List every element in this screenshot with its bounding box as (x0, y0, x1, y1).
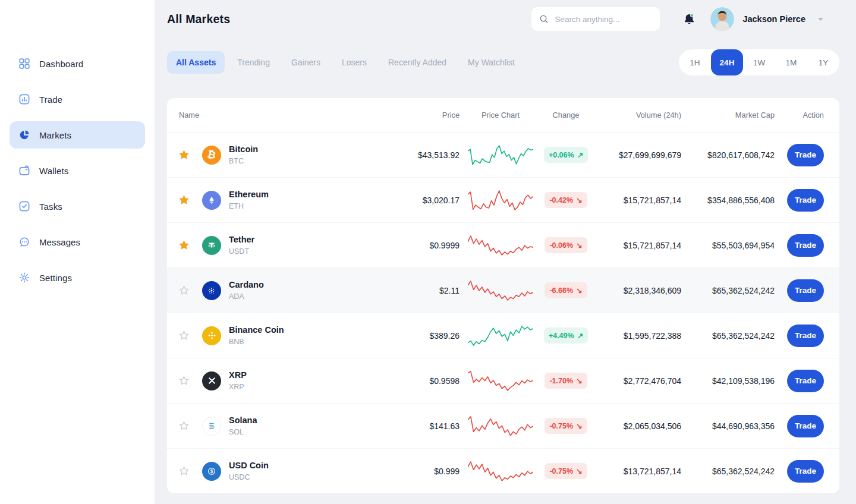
search-icon (539, 14, 549, 24)
coin-symbol: XRP (229, 383, 247, 391)
trend-arrow-icon: ↘ (576, 376, 582, 385)
favorite-star-icon[interactable] (179, 195, 200, 205)
sidebar-item-trade[interactable]: Trade (10, 86, 145, 113)
table-row-xrp[interactable]: XRP XRP $0.9598 -1.70% ↘ $2,772,476,704 … (167, 358, 839, 403)
table-row-usdc[interactable]: $ USD Coin USDC $0.999 -0.75% ↘ $13,721,… (167, 448, 839, 493)
user-name: Jackson Pierce (742, 14, 805, 24)
price: $0.9598 (370, 376, 460, 386)
trend-arrow-icon: ↘ (576, 286, 582, 295)
coin-cell: XRP XRP (200, 370, 370, 391)
trade-button[interactable]: Trade (787, 189, 824, 212)
tab-gainers[interactable]: Gainers (282, 51, 329, 74)
ada-icon (202, 281, 221, 300)
page-title: All Markets (167, 12, 230, 26)
trade-button[interactable]: Trade (787, 234, 824, 257)
sidebar-item-wallets[interactable]: Wallets (10, 157, 145, 184)
table-body: ₿ Bitcoin BTC $43,513.92 +0.06% ↗ $27,69… (167, 132, 839, 493)
column-header-change: Change (542, 111, 590, 119)
time-filter-1y[interactable]: 1Y (807, 49, 839, 75)
search-box (531, 7, 660, 31)
table-row-btc[interactable]: ₿ Bitcoin BTC $43,513.92 +0.06% ↗ $27,69… (167, 132, 839, 177)
sidebar-item-label: Settings (39, 273, 72, 283)
sidebar-item-markets[interactable]: Markets (10, 121, 145, 149)
tab-all-assets[interactable]: All Assets (167, 51, 225, 74)
coin-name: Binance Coin (229, 325, 284, 335)
usdc-icon: $ (202, 462, 221, 481)
tab-recently-added[interactable]: Recently Added (379, 51, 455, 74)
wallets-icon (18, 164, 31, 177)
trend-arrow-icon: ↘ (576, 196, 582, 204)
messages-icon (18, 235, 31, 248)
table-row-eth[interactable]: Ethereum ETH $3,020.17 -0.42% ↘ $15,721,… (167, 177, 839, 222)
settings-icon (18, 271, 31, 284)
change-value: +0.06% (549, 151, 574, 159)
change-value: -0.75% (549, 467, 573, 475)
volume: $27,699,699,679 (590, 150, 681, 160)
tasks-icon (18, 200, 31, 213)
price: $0.9999 (370, 241, 460, 250)
price: $141.63 (370, 421, 460, 431)
trade-button[interactable]: Trade (787, 370, 824, 392)
btc-icon: ₿ (202, 146, 221, 165)
svg-text:$: $ (210, 468, 213, 474)
chevron-down-icon[interactable] (817, 17, 824, 21)
trend-arrow-icon: ↘ (576, 241, 582, 250)
favorite-star-icon[interactable] (179, 466, 200, 476)
volume: $2,065,034,506 (590, 421, 681, 431)
column-header-name: Name (179, 111, 370, 119)
coin-cell: Ethereum ETH (200, 190, 370, 210)
search-input[interactable] (555, 15, 653, 24)
time-filter-1w[interactable]: 1W (743, 49, 775, 75)
tab-my-watchlist[interactable]: My Watchlist (459, 51, 524, 74)
change-value: -0.42% (549, 196, 573, 204)
change-value: -0.06% (549, 241, 573, 250)
volume: $2,318,346,609 (590, 286, 681, 295)
sidebar-item-tasks[interactable]: Tasks (10, 193, 145, 220)
sidebar-item-settings[interactable]: Settings (10, 264, 145, 291)
sidebar-item-messages[interactable]: Messages (10, 228, 145, 256)
price-sparkline (460, 413, 542, 439)
trend-arrow-icon: ↘ (576, 421, 582, 430)
volume: $2,772,476,704 (590, 376, 681, 386)
favorite-star-icon[interactable] (179, 285, 200, 295)
column-header-market-cap: Market Cap (681, 111, 775, 119)
market-cap: $44,690,963,356 (681, 421, 775, 431)
change-badge: +0.06% ↗ (544, 147, 588, 163)
trade-button[interactable]: Trade (787, 325, 824, 347)
trade-button[interactable]: Trade (787, 279, 824, 302)
sidebar-item-dashboard[interactable]: Dashboard (10, 50, 145, 77)
favorite-star-icon[interactable] (179, 421, 200, 431)
coin-cell: Solana SOL (200, 415, 370, 436)
market-cap: $65,362,524,242 (681, 286, 775, 295)
time-filter-1h[interactable]: 1H (679, 49, 711, 75)
change-badge: -0.75% ↘ (545, 463, 587, 479)
market-cap: $354,886,556,408 (681, 196, 775, 205)
price-sparkline (460, 368, 542, 394)
trade-button[interactable]: Trade (787, 415, 824, 437)
column-header-price-chart: Price Chart (460, 111, 542, 119)
table-row-ada[interactable]: Cardano ADA $2.11 -6.66% ↘ $2,318,346,60… (167, 267, 839, 313)
time-filter-1m[interactable]: 1M (775, 49, 807, 75)
favorite-star-icon[interactable] (179, 376, 200, 386)
time-filter-group: 1H24H1W1M1Y (679, 49, 839, 75)
notification-bell-icon[interactable] (682, 12, 696, 26)
change-badge: -0.42% ↘ (545, 192, 587, 208)
tab-trending[interactable]: Trending (228, 51, 279, 74)
price-sparkline (460, 278, 542, 304)
time-filter-24h[interactable]: 24H (711, 49, 743, 75)
tab-losers[interactable]: Losers (333, 51, 376, 74)
price-sparkline (460, 187, 542, 213)
table-row-bnb[interactable]: Binance Coin BNB $389.26 +4.49% ↗ $1,595… (167, 313, 839, 358)
trade-button[interactable]: Trade (787, 144, 824, 166)
favorite-star-icon[interactable] (179, 150, 200, 160)
favorite-star-icon[interactable] (179, 330, 200, 341)
coin-name: XRP (229, 370, 247, 380)
coin-name: Solana (229, 415, 257, 425)
table-row-usdt[interactable]: Tether USDT $0.9999 -0.06% ↘ $15,721,857… (167, 222, 839, 267)
trade-button[interactable]: Trade (787, 460, 824, 483)
avatar[interactable] (710, 7, 734, 31)
favorite-star-icon[interactable] (179, 240, 200, 250)
change-badge: +4.49% ↗ (544, 327, 588, 344)
usdt-icon (202, 236, 221, 255)
table-row-sol[interactable]: Solana SOL $141.63 -0.75% ↘ $2,065,034,5… (167, 403, 839, 448)
